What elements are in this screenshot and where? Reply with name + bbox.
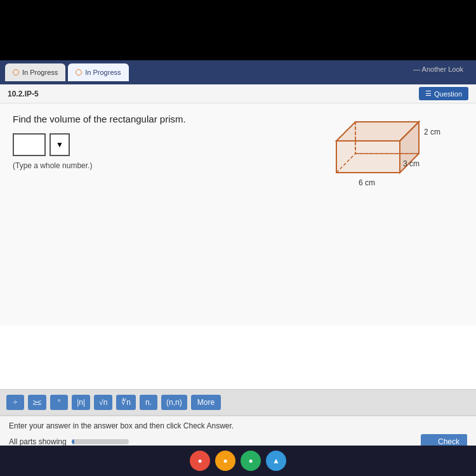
svg-text:2 cm: 2 cm [424, 128, 440, 136]
toolbar-btn-decimal[interactable]: n. [140, 395, 157, 410]
inequality-icon: ≥≤ [33, 398, 41, 407]
toolbar-btn-abs[interactable]: |n| [72, 395, 90, 410]
taskbar-icon-1[interactable]: ● [190, 451, 210, 471]
another-look-link[interactable]: — Another Look [413, 65, 463, 73]
all-parts-area: All parts showing [9, 437, 129, 446]
problem-id: 10.2.IP-5 [8, 89, 39, 98]
answer-instruction: Enter your answer in the answer box and … [9, 421, 467, 430]
taskbar-icon-4[interactable]: ▲ [266, 451, 286, 471]
question-icon: ☰ [425, 89, 432, 98]
answer-input[interactable] [13, 133, 46, 156]
toolbar-btn-nthroot[interactable]: ∜n [116, 395, 136, 410]
question-btn-label: Question [434, 90, 462, 98]
toolbar-btn-degree[interactable]: ° [50, 395, 68, 410]
prism-svg: 2 cm 3 cm 6 cm [324, 112, 451, 195]
browser-tab-bar: In Progress In Progress — Another Look [0, 60, 476, 84]
svg-marker-1 [336, 141, 400, 173]
progress-bar-fill [72, 439, 75, 444]
black-top-bar [0, 0, 476, 60]
check-label: Check [438, 437, 459, 446]
toolbar-btn-sqrt[interactable]: √n [94, 395, 112, 410]
prism-diagram: 2 cm 3 cm 6 cm [324, 112, 451, 197]
progress-bar [72, 439, 129, 444]
dropdown-arrow: ▼ [56, 140, 63, 149]
svg-text:6 cm: 6 cm [359, 178, 375, 187]
taskbar: ● ● ● ▲ [0, 446, 476, 476]
math-toolbar: ÷ ≥≤ ° |n| √n ∜n n. (n,n) More [0, 389, 476, 416]
all-parts-label: All parts showing [9, 437, 67, 446]
toolbar-btn-fraction[interactable]: ÷ [6, 395, 24, 410]
sqrt-icon: √n [99, 398, 107, 407]
browser-window: In Progress In Progress — Another Look 1… [0, 60, 476, 476]
abs-icon: |n| [77, 398, 85, 407]
question-button[interactable]: ☰ Question [419, 87, 468, 100]
tab-in-progress-1[interactable]: In Progress [5, 63, 65, 81]
fraction-icon: ÷ [13, 398, 18, 407]
coords-icon: (n,n) [166, 398, 182, 407]
degree-icon: ° [58, 398, 61, 407]
problem-header: 10.2.IP-5 ☰ Question [0, 84, 476, 103]
tab-icon-2 [76, 69, 82, 76]
tab-label-2: In Progress [85, 69, 121, 76]
nthroot-icon: ∜n [121, 398, 131, 407]
tab-icon-1 [13, 69, 19, 76]
toolbar-btn-more[interactable]: More [191, 395, 221, 410]
toolbar-btn-inequality[interactable]: ≥≤ [28, 395, 46, 410]
decimal-icon: n. [145, 398, 152, 407]
taskbar-icon-2[interactable]: ● [215, 451, 235, 471]
more-label: More [197, 398, 215, 407]
unit-dropdown[interactable]: ▼ [50, 133, 70, 156]
svg-text:3 cm: 3 cm [403, 159, 420, 168]
taskbar-icon-3[interactable]: ● [241, 451, 261, 471]
toolbar-btn-coords[interactable]: (n,n) [161, 395, 187, 410]
tab-in-progress-2[interactable]: In Progress [68, 63, 128, 81]
problem-body: Find the volume of the rectangular prism… [0, 103, 476, 326]
tab-label-1: In Progress [22, 69, 58, 76]
